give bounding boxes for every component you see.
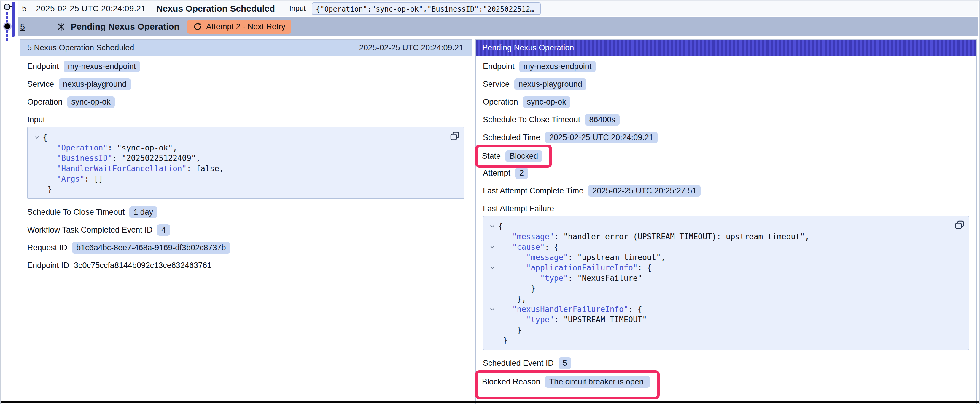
retry-icon (193, 22, 202, 31)
pending-title: Pending Nexus Operation (71, 22, 180, 32)
collapse-chevron-icon[interactable] (487, 265, 498, 271)
code-text: "HandlerWaitForCancellation": false, (43, 164, 224, 173)
event-input-preview[interactable]: {"Operation":"sync-op-ok","BusinessID":"… (312, 2, 541, 15)
code-line: "applicationFailureInfo": { (487, 262, 951, 273)
field-value-scheduled-event-id: 5 (558, 358, 571, 369)
json-token: : (186, 164, 196, 173)
collapse-chevron-icon[interactable] (487, 244, 498, 250)
json-token: } (517, 325, 522, 334)
json-token: : { (638, 263, 652, 272)
field-service: Servicenexus-playground (483, 78, 969, 90)
field-label: Schedule To Close Timeout (483, 115, 580, 124)
code-line: }, (487, 293, 951, 304)
field-last-attempt-complete-time: Last Attempt Complete Time2025-02-25 UTC… (483, 185, 969, 196)
retry-attempt-badge[interactable]: Attempt 2 · Next Retry (187, 20, 291, 34)
json-token: "20250225122409" (122, 154, 196, 163)
field-value-operation: sync-op-ok (67, 96, 115, 108)
field-value-attempt: 2 (515, 167, 528, 179)
scheduled-card-title: 5 Nexus Operation Scheduled (27, 43, 134, 52)
pending-card-title: Pending Nexus Operation (482, 43, 574, 52)
code-text: "cause": { (498, 242, 559, 252)
code-text: "BusinessID": "20250225122409", (43, 154, 200, 163)
code-line: } (487, 335, 951, 345)
code-line: "cause": { (487, 242, 951, 252)
collapse-chevron-icon[interactable] (31, 134, 43, 141)
field-attempt: Attempt2 (483, 167, 969, 179)
json-token: : (554, 315, 563, 324)
json-token: : (568, 253, 577, 262)
code-line: "message": "upstream timeout", (487, 252, 951, 262)
code-text: { (498, 222, 503, 231)
pending-row-nexus-operation[interactable]: 5 Pending Nexus Operation Attempt 2 · Ne… (18, 17, 978, 36)
field-value-endpoint: my-nexus-endpoint (64, 61, 140, 72)
field-value-last-attempt-complete-time: 2025-02-25 UTC 20:25:27.51 (588, 185, 701, 196)
json-token: , (661, 253, 666, 262)
code-text: "message": "upstream timeout", (498, 253, 666, 262)
timeline-open-circle-icon (4, 3, 10, 10)
field-label: Scheduled Time (483, 133, 541, 142)
field-value-blocked-reason: The circuit breaker is open. (545, 376, 650, 388)
field-value-service: nexus-playground (514, 79, 586, 90)
copy-icon[interactable] (955, 220, 964, 231)
code-text: } (498, 336, 508, 345)
code-line: } (31, 184, 446, 194)
field-value-state: Blocked (506, 151, 542, 162)
code-text: }, (498, 295, 526, 303)
json-token: "handler error (UPSTREAM_TIMEOUT): upstr… (563, 232, 805, 241)
field-operation: Operationsync-op-ok (27, 96, 465, 108)
json-key: "type" (540, 274, 568, 282)
failure-json-block: { "message": "handler error (UPSTREAM_TI… (483, 215, 969, 350)
scheduled-event-card: 5 Nexus Operation Scheduled 2025-02-25 U… (19, 39, 472, 404)
field-label: Last Attempt Complete Time (483, 186, 584, 195)
field-request-id: Request IDb1c6a4bc-8ee7-468a-9169-df3b02… (27, 242, 465, 253)
json-token: "NexusFailure" (577, 274, 642, 282)
json-token: { (498, 222, 503, 231)
field-endpoint: Endpointmy-nexus-endpoint (27, 60, 465, 72)
json-key: "message" (526, 253, 568, 262)
code-text: "Args": [] (43, 174, 103, 183)
code-text: "message": "handler error (UPSTREAM_TIME… (498, 232, 810, 241)
event-id-link[interactable]: 5 (22, 4, 27, 13)
pending-operation-card: Pending Nexus Operation Endpointmy-nexus… (475, 39, 977, 404)
field-label: Endpoint (27, 62, 59, 71)
field-value-endpoint-id[interactable]: 3c0c75ccfa8144b092c13ce632463761 (74, 261, 212, 270)
scheduled-event-card-header: 5 Nexus Operation Scheduled 2025-02-25 U… (20, 40, 472, 56)
event-row-nexus-operation-scheduled[interactable]: 5 2025-02-25 UTC 20:24:09.21 Nexus Opera… (18, 1, 978, 16)
json-token: , (196, 154, 201, 163)
retry-badge-label: Attempt 2 · Next Retry (206, 22, 285, 32)
json-token: : (554, 232, 563, 241)
json-token: , (219, 164, 224, 173)
field-endpoint: Endpointmy-nexus-endpoint (483, 60, 969, 72)
input-json-block: { "Operation": "sync-op-ok", "BusinessID… (27, 127, 465, 199)
collapse-chevron-icon[interactable] (487, 306, 498, 312)
event-timestamp: 2025-02-25 UTC 20:24:09.21 (36, 4, 146, 13)
pink-highlight-annotation: Blocked ReasonThe circuit breaker is ope… (475, 370, 660, 399)
collapse-chevron-icon[interactable] (487, 223, 498, 230)
code-text: } (43, 185, 52, 194)
field-value-schedule-to-close-timeout: 86400s (585, 114, 620, 125)
code-text: "type": "UPSTREAM_TIMEOUT" (498, 315, 647, 324)
json-token: : (84, 174, 94, 183)
field-value-schedule-to-close-timeout: 1 day (129, 206, 157, 218)
pending-id-link[interactable]: 5 (20, 22, 25, 32)
detail-panels: 5 Nexus Operation Scheduled 2025-02-25 U… (19, 39, 977, 404)
field-label: Operation (483, 97, 518, 107)
field-value-scheduled-time: 2025-02-25 UTC 20:24:09.21 (545, 132, 658, 143)
copy-icon[interactable] (450, 131, 460, 142)
field-label: Schedule To Close Timeout (27, 208, 124, 217)
timeline-connector (10, 6, 13, 7)
code-line: "Operation": "sync-op-ok", (31, 143, 446, 153)
json-token: "sync-op-ok" (117, 143, 173, 152)
field-value-request-id: b1c6a4bc-8ee7-468a-9169-df3b02c8737b (72, 242, 230, 253)
field-service: Servicenexus-playground (27, 78, 465, 90)
event-input-label: Input (289, 4, 306, 13)
field-value-endpoint: my-nexus-endpoint (519, 61, 596, 72)
json-token: }, (517, 295, 526, 303)
timeline-dashed-line (6, 11, 8, 23)
code-line: "nexusHandlerFailureInfo": { (487, 304, 951, 314)
json-key: "cause" (512, 242, 545, 252)
json-token: "UPSTREAM_TIMEOUT" (563, 315, 647, 324)
last-attempt-failure-label: Last Attempt Failure (483, 203, 969, 214)
json-token: : { (545, 242, 559, 252)
code-line: { (487, 221, 951, 231)
